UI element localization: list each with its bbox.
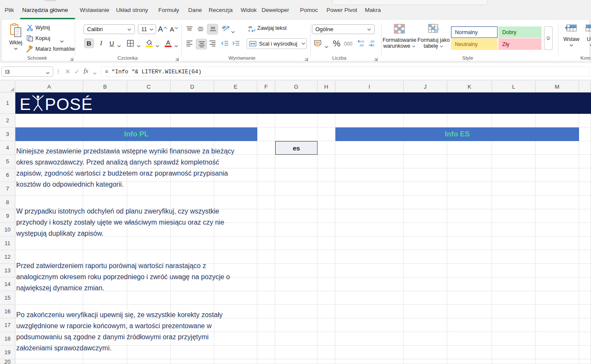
paragraph-1[interactable]: Niniejsze zestawienie przedstawia wstępn…: [16, 146, 256, 190]
decrease-font-size-icon[interactable]: A: [169, 24, 179, 34]
font-name-input[interactable]: Calibri: [84, 24, 135, 34]
copy-icon[interactable]: [26, 35, 33, 43]
cut-icon[interactable]: [26, 24, 33, 33]
tab-plik[interactable]: Plik: [5, 7, 14, 16]
font-dialog-launcher-icon[interactable]: [175, 55, 180, 61]
row-header-19[interactable]: 19: [0, 346, 15, 359]
column-header-l[interactable]: L: [492, 81, 536, 92]
row-header-7[interactable]: 7: [0, 182, 15, 196]
tab-insert[interactable]: Wstawianie: [80, 7, 109, 16]
chevron-down-icon[interactable]: [412, 43, 416, 49]
column-header-i[interactable]: I: [335, 81, 404, 92]
tab-formulas[interactable]: Formuły: [158, 7, 179, 16]
quick-access-remnant[interactable]: [44, 0, 56, 1]
row-header-10[interactable]: 10: [0, 223, 15, 237]
column-header-b[interactable]: B: [83, 81, 127, 92]
name-box[interactable]: I3: [1, 66, 53, 77]
format-painter-label[interactable]: Malarz formatów: [35, 46, 75, 52]
row-header-20[interactable]: 20: [0, 359, 15, 364]
confirm-edit-icon[interactable]: ✓: [73, 68, 81, 75]
row-header-18[interactable]: 18: [0, 332, 15, 346]
cell-style-dobry[interactable]: Dobry: [498, 26, 542, 38]
row-header-1[interactable]: 1: [0, 92, 15, 114]
column-header-a[interactable]: A: [15, 81, 83, 92]
number-dialog-launcher-icon[interactable]: [373, 55, 378, 61]
align-left-icon[interactable]: [186, 40, 193, 49]
font-color-icon[interactable]: A: [164, 38, 172, 49]
chevron-down-icon[interactable]: [137, 42, 141, 49]
cell-g4[interactable]: es: [275, 141, 317, 155]
column-header-j[interactable]: J: [404, 81, 447, 92]
chevron-down-icon[interactable]: [569, 42, 574, 48]
chevron-down-icon[interactable]: [367, 26, 371, 32]
conditional-formatting-button[interactable]: Formatowanie warunkowe: [380, 23, 419, 49]
info-es-header-cell[interactable]: Info ES: [335, 127, 579, 141]
format-painter-icon[interactable]: [26, 46, 33, 55]
column-header-partial[interactable]: [579, 81, 591, 92]
chevron-down-icon[interactable]: [149, 26, 154, 32]
wrap-text-icon[interactable]: ab c: [248, 25, 256, 34]
row-header-4[interactable]: 4: [0, 141, 15, 155]
row-header-13[interactable]: 13: [0, 264, 15, 277]
align-bottom-icon[interactable]: [207, 24, 218, 35]
decrease-decimal-icon[interactable]: .0 .00: [357, 39, 366, 49]
chevron-down-icon[interactable]: [93, 69, 97, 77]
chevron-down-icon[interactable]: [117, 42, 121, 49]
info-pl-header-cell[interactable]: Info PL: [15, 127, 257, 141]
chevron-down-icon[interactable]: [174, 42, 178, 49]
row-header-16[interactable]: 16: [0, 305, 15, 318]
clipboard-dialog-launcher-icon[interactable]: [69, 55, 74, 61]
row-header-15[interactable]: 15: [0, 291, 15, 305]
tab-page-layout[interactable]: Układ strony: [116, 7, 148, 16]
row-header-11[interactable]: 11: [0, 237, 15, 250]
row-header-9[interactable]: 9: [0, 209, 15, 223]
increase-indent-icon[interactable]: [232, 40, 240, 49]
paste-button[interactable]: Wklej: [5, 23, 27, 52]
row-header-3[interactable]: 3: [0, 127, 15, 141]
delete-cells-button[interactable]: Usu: [581, 23, 591, 48]
column-header-h[interactable]: H: [317, 81, 335, 92]
increase-font-size-icon[interactable]: A: [158, 24, 167, 34]
orientation-icon[interactable]: ab: [222, 25, 230, 35]
row-header-2[interactable]: 2: [0, 114, 15, 127]
cut-label[interactable]: Wytnij: [35, 25, 50, 31]
percent-style-button[interactable]: %: [332, 38, 341, 49]
cell-styles-more-button[interactable]: [544, 26, 553, 50]
format-as-table-button[interactable]: Formatuj jako tabelę: [416, 23, 451, 49]
chevron-down-icon[interactable]: [14, 46, 18, 52]
column-header-m[interactable]: M: [536, 81, 579, 92]
search-box[interactable]: [332, 0, 488, 5]
chevron-down-icon[interactable]: [60, 37, 64, 45]
comma-style-button[interactable]: 000: [343, 40, 353, 48]
decrease-indent-icon[interactable]: [221, 40, 229, 49]
insert-cells-button[interactable]: Wstaw: [561, 23, 582, 48]
tab-data[interactable]: Dane: [188, 7, 202, 16]
column-header-g[interactable]: G: [275, 81, 317, 92]
paragraph-3[interactable]: Przed zatwierdzeniem raportu porównaj wa…: [16, 260, 256, 294]
number-format-select[interactable]: Ogólne: [312, 24, 375, 34]
row-header-12[interactable]: 12: [0, 250, 15, 264]
select-all-corner[interactable]: [0, 81, 15, 92]
fill-color-icon[interactable]: [146, 39, 153, 49]
alignment-dialog-launcher-icon[interactable]: [304, 55, 309, 61]
italic-button[interactable]: I: [96, 38, 106, 48]
paragraph-4[interactable]: Po zakończeniu weryfikacji upewnij się, …: [16, 309, 256, 354]
tab-power-pivot[interactable]: Power Pivot: [326, 7, 357, 16]
merge-and-center-button[interactable]: Scal i wyśrodkuj: [247, 38, 307, 49]
tab-developer[interactable]: Deweloper: [262, 7, 289, 16]
chevron-down-icon[interactable]: [324, 43, 329, 50]
borders-icon[interactable]: [127, 40, 134, 49]
cell-style-zly[interactable]: Zły: [498, 38, 542, 50]
column-header-k[interactable]: K: [447, 81, 492, 92]
insert-function-icon[interactable]: fx: [84, 67, 88, 75]
row-header-5[interactable]: 5: [0, 155, 15, 168]
row-header-14[interactable]: 14: [0, 277, 15, 291]
chevron-down-icon[interactable]: [155, 42, 160, 49]
chevron-down-icon[interactable]: [46, 69, 50, 76]
column-header-d[interactable]: D: [171, 81, 214, 92]
column-header-c[interactable]: C: [127, 81, 171, 92]
more-options-icon[interactable]: ⋮: [55, 68, 60, 75]
row-header-8[interactable]: 8: [0, 196, 15, 209]
formula-input[interactable]: = "Info "& LITERY.WIELKIE(G4): [101, 66, 590, 77]
paragraph-2[interactable]: W przypadku istotnych odchyleń od planu …: [16, 206, 256, 239]
